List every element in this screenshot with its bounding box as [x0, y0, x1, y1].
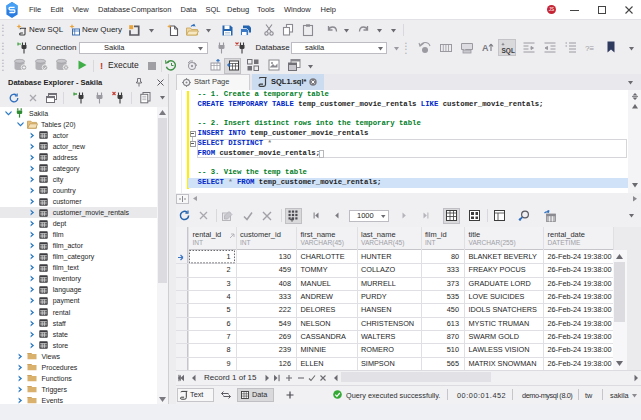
- svg-text:?≡: ?≡: [585, 44, 594, 53]
- svg-text:A: A: [482, 43, 489, 53]
- svg-text:SQL: SQL: [502, 47, 515, 55]
